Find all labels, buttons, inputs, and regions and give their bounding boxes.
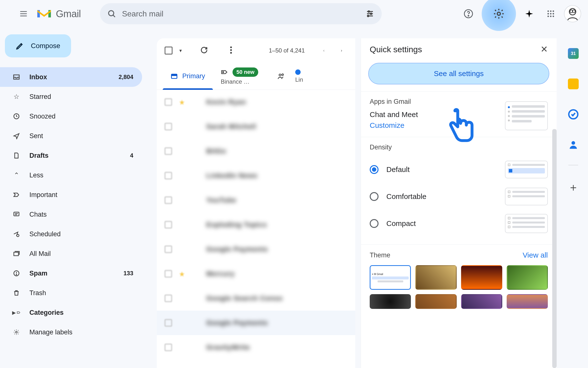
google-apps-button[interactable] xyxy=(542,5,559,22)
message-row[interactable]: Sarah Mitchell xyxy=(157,114,355,139)
svg-point-22 xyxy=(548,16,549,17)
message-star[interactable] xyxy=(179,246,186,253)
svg-point-46 xyxy=(572,141,575,145)
message-row[interactable]: YouTube xyxy=(157,188,355,212)
theme-tile[interactable] xyxy=(507,265,548,290)
message-row[interactable]: BitGo xyxy=(157,139,355,163)
newer-button[interactable]: ‹ xyxy=(318,45,330,56)
message-checkbox[interactable] xyxy=(165,172,172,179)
svg-point-39 xyxy=(230,52,232,54)
side-app-add[interactable]: ＋ xyxy=(568,180,579,195)
svg-point-5 xyxy=(109,11,114,16)
message-checkbox[interactable] xyxy=(165,197,172,204)
nav-snoozed[interactable]: Snoozed xyxy=(0,106,142,126)
message-row[interactable]: Google Search Conso xyxy=(157,286,355,311)
theme-tile[interactable] xyxy=(461,294,502,309)
message-checkbox[interactable] xyxy=(165,147,172,155)
nav-chats[interactable]: Chats xyxy=(0,205,142,224)
nav-drafts[interactable]: Drafts 4 xyxy=(0,146,142,165)
search-bar[interactable]: Search mail xyxy=(100,3,382,24)
nav-all-mail[interactable]: All Mail xyxy=(0,244,142,263)
message-star[interactable] xyxy=(179,221,186,228)
message-row[interactable]: GravityWrite xyxy=(157,335,355,360)
search-placeholder: Search mail xyxy=(122,9,366,18)
message-sender: Exploding Topics xyxy=(206,221,267,229)
message-checkbox[interactable] xyxy=(165,123,172,130)
message-checkbox[interactable] xyxy=(165,319,172,327)
tab-social[interactable] xyxy=(269,63,293,90)
nav-sent[interactable]: Sent xyxy=(0,126,142,146)
message-checkbox[interactable] xyxy=(165,344,172,351)
message-star[interactable] xyxy=(179,295,186,302)
more-button[interactable] xyxy=(230,46,232,55)
message-star[interactable] xyxy=(179,172,186,179)
see-all-settings-button[interactable]: See all settings xyxy=(368,63,549,84)
message-star[interactable] xyxy=(179,344,186,351)
theme-tile[interactable] xyxy=(370,294,411,309)
message-row[interactable]: Kevin Ryan xyxy=(157,90,355,114)
side-app-contacts[interactable] xyxy=(568,139,579,150)
message-row[interactable]: Exploding Topics xyxy=(157,212,355,237)
select-all-checkbox[interactable] xyxy=(165,47,172,54)
select-dropdown[interactable]: ▾ xyxy=(179,48,182,53)
message-row[interactable]: LinkedIn News xyxy=(157,163,355,188)
svg-point-35 xyxy=(16,274,17,275)
close-quick-settings[interactable]: ✕ xyxy=(540,44,548,54)
message-star[interactable] xyxy=(179,319,186,327)
svg-point-24 xyxy=(553,16,554,17)
nav-less[interactable]: ⌃ Less xyxy=(0,165,142,185)
nav-trash[interactable]: Trash xyxy=(0,283,142,303)
trash-icon xyxy=(12,289,21,297)
search-options-icon[interactable] xyxy=(366,9,374,18)
message-star[interactable] xyxy=(179,270,186,277)
theme-view-all-link[interactable]: View all xyxy=(523,251,548,259)
nav-categories[interactable]: ▸ Categories xyxy=(0,303,142,322)
nav-spam[interactable]: Spam 133 xyxy=(0,263,142,283)
message-star[interactable] xyxy=(179,123,186,130)
message-row[interactable]: Google Payments xyxy=(157,237,355,262)
message-star[interactable] xyxy=(179,147,186,155)
message-checkbox[interactable] xyxy=(165,98,172,106)
theme-tile[interactable] xyxy=(415,265,456,290)
svg-point-37 xyxy=(230,46,232,48)
main-menu-button[interactable] xyxy=(18,8,29,20)
theme-tile[interactable] xyxy=(415,294,456,309)
message-star[interactable] xyxy=(179,197,186,204)
density-comfortable[interactable]: Comfortable xyxy=(370,183,548,210)
tab-promotions[interactable]: 50 new Binance … xyxy=(213,63,269,90)
density-default[interactable]: Default xyxy=(370,156,548,183)
message-checkbox[interactable] xyxy=(165,246,172,253)
spam-icon xyxy=(12,269,21,277)
older-button[interactable]: › xyxy=(336,45,347,56)
important-icon xyxy=(12,191,21,199)
quick-settings-scrollbar[interactable] xyxy=(552,129,557,368)
theme-tile-default[interactable]: ≡ M Gmail xyxy=(370,265,411,290)
support-button[interactable] xyxy=(460,5,477,22)
theme-tile[interactable] xyxy=(507,294,548,309)
message-checkbox[interactable] xyxy=(165,295,172,302)
side-app-keep[interactable] xyxy=(568,79,579,89)
tab-updates[interactable]: Lin xyxy=(293,63,307,90)
side-app-calendar[interactable]: 31 xyxy=(568,48,579,59)
gmail-logo[interactable]: Gmail xyxy=(36,8,81,20)
side-app-tasks[interactable] xyxy=(568,109,579,120)
nav-manage-labels[interactable]: Manage labels xyxy=(0,322,142,342)
message-row[interactable]: Google Payments xyxy=(157,311,355,335)
theme-tile[interactable] xyxy=(461,265,502,290)
message-checkbox[interactable] xyxy=(165,221,172,228)
message-checkbox[interactable] xyxy=(165,270,172,277)
compose-label: Compose xyxy=(31,42,60,50)
message-row[interactable]: Mercury xyxy=(157,262,355,286)
nav-scheduled[interactable]: Scheduled xyxy=(0,224,142,244)
refresh-button[interactable] xyxy=(200,46,208,55)
nav-starred[interactable]: ☆ Starred xyxy=(0,87,142,106)
account-avatar[interactable] xyxy=(564,5,581,22)
gemini-button[interactable] xyxy=(521,5,538,22)
nav-important[interactable]: Important xyxy=(0,185,142,205)
nav-inbox[interactable]: Inbox 2,804 xyxy=(0,67,142,87)
settings-button[interactable] xyxy=(482,0,516,31)
density-compact[interactable]: Compact xyxy=(370,210,548,237)
tab-primary[interactable]: Primary xyxy=(163,63,213,90)
message-star[interactable] xyxy=(179,98,186,106)
compose-button[interactable]: Compose xyxy=(5,34,71,57)
